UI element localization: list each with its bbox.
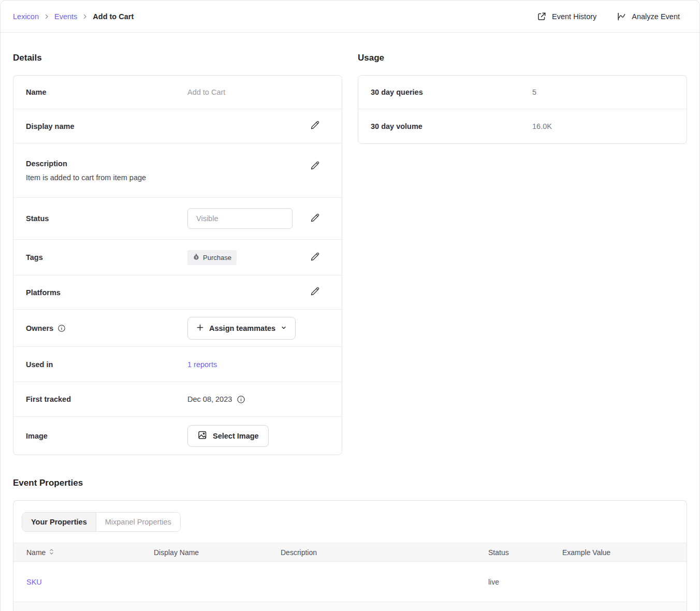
image-icon: [197, 430, 208, 442]
assign-teammates-label: Assign teammates: [209, 324, 275, 332]
properties-table: Name Display Name Description Status Exa…: [13, 543, 687, 611]
tab-your-properties[interactable]: Your Properties: [22, 513, 96, 531]
tab-mixpanel-properties[interactable]: Mixpanel Properties: [96, 513, 180, 531]
event-history-button[interactable]: Event History: [536, 11, 596, 22]
money-bag-icon: $: [193, 253, 200, 262]
status-input[interactable]: [187, 208, 293, 229]
usage-card: 30 day queries 5 30 day volume 16.0K: [358, 75, 687, 144]
detail-row-first-tracked: First tracked Dec 08, 2023: [13, 382, 342, 417]
properties-tabs: Your Properties Mixpanel Properties: [22, 512, 181, 532]
edit-pencil-icon: [310, 161, 320, 172]
property-row-scroll-pct[interactable]: Scroll % live: [13, 602, 687, 611]
column-header-display-name: Display Name: [141, 548, 268, 557]
column-header-example-value: Example Value: [549, 548, 687, 557]
edit-tags-button[interactable]: [309, 251, 321, 265]
display-name-label: Display name: [13, 122, 187, 130]
name-value: Add to Cart: [187, 88, 321, 96]
usage-volume-label: 30 day volume: [358, 122, 532, 130]
info-icon[interactable]: [237, 395, 245, 404]
edit-pencil-icon: [310, 286, 320, 298]
info-icon[interactable]: [57, 324, 66, 332]
breadcrumb-current-event: Add to Cart: [93, 12, 134, 21]
analyze-event-button[interactable]: Analyze Event: [616, 11, 680, 22]
usage-queries-label: 30 day queries: [358, 88, 532, 96]
usage-section: Usage 30 day queries 5 30 day volume 16.…: [358, 33, 687, 455]
column-header-description: Description: [268, 548, 475, 557]
detail-row-used-in: Used in 1 reports: [13, 347, 342, 382]
used-in-reports-link[interactable]: 1 reports: [187, 360, 217, 369]
owners-label: Owners: [26, 324, 53, 332]
edit-pencil-icon: [310, 120, 320, 132]
tag-label: Purchase: [203, 254, 231, 261]
details-section: Details Name Add to Cart Display name: [13, 33, 342, 455]
sort-icon[interactable]: [49, 548, 54, 557]
property-row-sku[interactable]: SKU live: [13, 562, 687, 602]
properties-table-header: Name Display Name Description Status Exa…: [13, 543, 687, 562]
analyze-event-label: Analyze Event: [632, 12, 680, 21]
detail-row-display-name: Display name: [13, 109, 342, 143]
event-properties-section: Event Properties Your Properties Mixpane…: [13, 478, 687, 611]
select-image-button[interactable]: Select Image: [187, 425, 269, 447]
edit-pencil-icon: [310, 213, 320, 225]
edit-status-button[interactable]: [309, 212, 321, 226]
usage-volume-value: 16.0K: [532, 122, 666, 130]
detail-row-owners: Owners Assign teammates: [13, 310, 342, 347]
details-card: Name Add to Cart Display name: [13, 75, 342, 455]
external-link-icon: [536, 11, 547, 22]
select-image-label: Select Image: [213, 432, 259, 440]
detail-row-name: Name Add to Cart: [13, 76, 342, 109]
breadcrumb-lexicon[interactable]: Lexicon: [13, 12, 39, 21]
description-value: Item is added to cart from item page: [26, 173, 309, 182]
details-title: Details: [13, 53, 342, 63]
image-label: Image: [13, 432, 187, 440]
status-label: Status: [13, 214, 187, 223]
property-link-sku[interactable]: SKU: [26, 578, 42, 586]
main-content: Details Name Add to Cart Display name: [1, 33, 699, 611]
event-history-label: Event History: [552, 12, 596, 21]
detail-row-description: Description Item is added to cart from i…: [13, 143, 342, 198]
edit-description-button[interactable]: [309, 159, 321, 173]
edit-platforms-button[interactable]: [309, 285, 321, 299]
lexicon-event-detail-page: Lexicon Events Add to Cart Event Histo: [0, 0, 700, 611]
line-chart-icon: [616, 11, 626, 22]
top-bar: Lexicon Events Add to Cart Event Histo: [1, 1, 699, 33]
event-properties-card: Your Properties Mixpanel Properties Name…: [13, 500, 687, 611]
usage-queries-value: 5: [532, 88, 666, 96]
used-in-label: Used in: [13, 360, 187, 369]
chevron-right-icon: [82, 13, 88, 20]
edit-display-name-button[interactable]: [309, 119, 321, 133]
first-tracked-value: Dec 08, 2023: [187, 395, 232, 403]
edit-pencil-icon: [310, 252, 320, 264]
top-bar-actions: Event History Analyze Event: [536, 11, 680, 22]
assign-teammates-button[interactable]: Assign teammates: [187, 317, 296, 340]
property-status: live: [475, 578, 549, 586]
column-header-name[interactable]: Name: [26, 548, 46, 557]
breadcrumb: Lexicon Events Add to Cart: [13, 12, 134, 21]
name-label: Name: [13, 88, 187, 96]
event-properties-title: Event Properties: [13, 478, 687, 488]
breadcrumb-events[interactable]: Events: [54, 12, 77, 21]
chevron-right-icon: [43, 13, 50, 20]
plus-icon: [196, 324, 204, 333]
description-label: Description: [26, 159, 309, 168]
detail-row-status: Status: [13, 198, 342, 240]
chevron-down-icon: [281, 324, 287, 332]
tag-chip-purchase[interactable]: $ Purchase: [187, 250, 237, 265]
detail-row-tags: Tags $ Purchase: [13, 240, 342, 275]
usage-row-volume: 30 day volume 16.0K: [358, 109, 687, 143]
detail-row-image: Image Select Image: [13, 417, 342, 455]
first-tracked-label: First tracked: [13, 395, 187, 403]
usage-row-queries: 30 day queries 5: [358, 76, 687, 109]
usage-title: Usage: [358, 53, 687, 63]
tags-label: Tags: [13, 253, 187, 261]
column-header-status: Status: [475, 548, 549, 557]
detail-row-platforms: Platforms: [13, 275, 342, 310]
platforms-label: Platforms: [13, 288, 187, 297]
